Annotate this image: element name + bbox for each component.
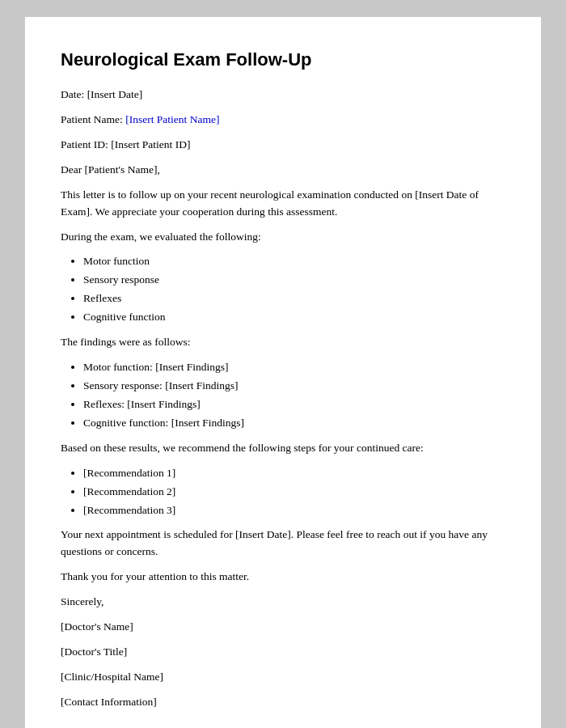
doctor-name: [Doctor's Name] [61,619,505,636]
list-item: Sensory response: [Insert Findings] [83,378,505,395]
date-value: [Insert Date] [87,88,143,100]
list-item: [Recommendation 2] [83,484,505,501]
recommendations-list: [Recommendation 1] [Recommendation 2] [R… [83,465,505,519]
document-body: Date: [Insert Date] Patient Name: [Inser… [61,87,505,711]
findings-intro: The findings were as follows: [61,334,505,351]
salutation: Dear [Patient's Name], [61,162,505,179]
patient-name-value: [Insert Patient Name] [125,113,219,125]
list-item: [Recommendation 3] [83,502,505,519]
next-appointment: Your next appointment is scheduled for [… [61,527,505,561]
doctor-title: [Doctor's Title] [61,644,505,661]
list-item: Reflexes [83,290,505,307]
document-title: Neurological Exam Follow-Up [61,49,505,70]
findings-list: Motor function: [Insert Findings] Sensor… [83,359,505,432]
eval-intro: During the exam, we evaluated the follow… [61,229,505,246]
contact-info: [Contact Information] [61,694,505,711]
date-label: Date: [61,88,87,100]
patient-id-label: Patient ID: [61,138,111,150]
list-item: Cognitive function [83,309,505,326]
recommendations-intro: Based on these results, we recommend the… [61,440,505,457]
list-item: Motor function [83,253,505,270]
intro-paragraph: This letter is to follow up on your rece… [61,187,505,221]
patient-name-label: Patient Name: [61,113,125,125]
list-item: Motor function: [Insert Findings] [83,359,505,376]
list-item: [Recommendation 1] [83,465,505,482]
patient-name-line: Patient Name: [Insert Patient Name] [61,112,505,129]
thank-you: Thank you for your attention to this mat… [61,569,505,586]
sincerely: Sincerely, [61,594,505,611]
date-line: Date: [Insert Date] [61,87,505,104]
patient-id-value: [Insert Patient ID] [111,138,190,150]
clinic-name: [Clinic/Hospital Name] [61,669,505,686]
list-item: Reflexes: [Insert Findings] [83,396,505,413]
list-item: Cognitive function: [Insert Findings] [83,415,505,432]
eval-list: Motor function Sensory response Reflexes… [83,253,505,326]
document-container: Neurological Exam Follow-Up Date: [Inser… [24,16,542,728]
patient-id-line: Patient ID: [Insert Patient ID] [61,137,505,154]
list-item: Sensory response [83,272,505,289]
